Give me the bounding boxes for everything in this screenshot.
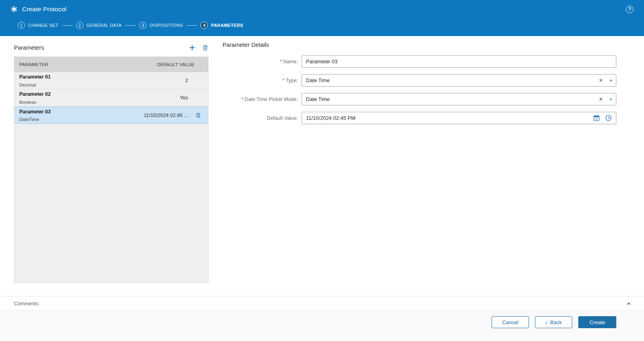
step-label: DISPOSITIONS [150, 23, 183, 28]
delete-parameter-icon[interactable] [202, 44, 209, 51]
create-button[interactable]: Create [578, 316, 616, 328]
comments-bar: Comments: [0, 296, 644, 311]
datetime-icons: 31 [593, 115, 612, 121]
table-row-parameter-02[interactable]: Parameter 02 Boolean Yes [14, 89, 208, 107]
parameter-type: Decimal [19, 83, 51, 87]
asterisk-icon [10, 6, 18, 13]
picker-mode-value: Date Time [306, 96, 599, 102]
step-connector [62, 25, 73, 26]
chevron-up-icon[interactable] [626, 301, 632, 307]
cancel-button[interactable]: Cancel [492, 316, 529, 328]
row-main: Parameter 01 Decimal [19, 72, 51, 89]
header: Create Protocol ? 1 CHANGE SET 2 GENERAL… [0, 0, 644, 36]
footer: Cancel ‹ Back Create [0, 311, 644, 341]
step-connector [186, 25, 197, 26]
picker-mode-dropdown[interactable]: Date Time × ▾ [302, 93, 616, 105]
chevron-down-icon[interactable]: ▾ [610, 97, 612, 101]
step-parameters[interactable]: 4 PARAMETERS [200, 22, 243, 29]
row-tail [188, 112, 208, 118]
type-label: *Type: [223, 78, 298, 83]
parameter-type: Boolean [19, 100, 51, 105]
step-number: 4 [200, 22, 208, 29]
step-label: GENERAL DATA [87, 23, 122, 28]
default-value-field-row: Default Value: 11/10/2024 02:45 PM 31 [223, 112, 616, 124]
picker-mode-field-row: *Date Time Picker Mode: Date Time × ▾ [223, 93, 616, 105]
add-parameter-icon[interactable]: + [189, 43, 195, 52]
parameter-name: Parameter 01 [19, 74, 51, 80]
picker-mode-label-text: Date Time Picker Mode: [245, 97, 298, 102]
default-value-text: 11/10/2024 02:45 PM [306, 115, 593, 121]
parameter-name: Parameter 03 [19, 109, 51, 115]
create-button-label: Create [589, 319, 605, 325]
parameters-title: Parameters [14, 44, 44, 51]
comments-label: Comments: [14, 301, 40, 307]
row-delete-icon[interactable] [195, 112, 201, 118]
clear-icon[interactable]: × [599, 96, 603, 103]
wizard-steps: 1 CHANGE SET 2 GENERAL DATA 3 DISPOSITIO… [10, 22, 634, 29]
name-input[interactable] [302, 55, 616, 68]
step-connector [125, 25, 136, 26]
table-row-parameter-03[interactable]: Parameter 03 DateTime 11/10/2024 02:45 .… [14, 107, 208, 124]
cancel-button-label: Cancel [502, 319, 518, 325]
back-button[interactable]: ‹ Back [535, 316, 572, 328]
parameter-name: Parameter 02 [19, 91, 51, 97]
step-general-data[interactable]: 2 GENERAL DATA [76, 22, 122, 29]
svg-text:31: 31 [595, 117, 598, 120]
page-title: Create Protocol [22, 6, 67, 13]
clear-icon[interactable]: × [599, 77, 603, 84]
required-asterisk: * [283, 78, 285, 83]
step-label: PARAMETERS [211, 23, 243, 28]
clock-icon[interactable] [605, 115, 612, 121]
default-value-datetime-input[interactable]: 11/10/2024 02:45 PM 31 [302, 112, 616, 124]
picker-mode-label: *Date Time Picker Mode: [223, 97, 298, 102]
table-header: PARAMETER DEFAULT VALUE [14, 57, 208, 72]
type-label-text: Type: [286, 78, 298, 83]
name-label: *Name: [223, 59, 298, 65]
parameter-type: DateTime [19, 117, 51, 122]
type-dropdown[interactable]: Date Time × ▾ [302, 74, 616, 87]
parameter-details-title: Parameter Details [223, 42, 616, 48]
parameter-details-panel: Parameter Details *Name: *Type: Date Tim… [223, 42, 616, 131]
row-main: Parameter 03 DateTime [19, 107, 51, 123]
parameter-default-value: 2 [185, 78, 188, 83]
default-value-label: Default Value: [223, 115, 298, 121]
chevron-left-icon: ‹ [545, 319, 547, 325]
parameters-panel: Parameters + PARAMETER DEFAULT VALUE [14, 42, 209, 283]
step-number: 3 [139, 22, 146, 29]
name-label-text: Name: [283, 59, 298, 65]
title-bar: Create Protocol ? [10, 0, 634, 18]
parameters-table: PARAMETER DEFAULT VALUE Parameter 01 Dec… [14, 56, 209, 283]
type-field-row: *Type: Date Time × ▾ [223, 74, 616, 87]
calendar-icon[interactable]: 31 [593, 115, 600, 121]
parameters-panel-header: Parameters + [14, 42, 209, 54]
type-value: Date Time [306, 77, 599, 83]
chevron-down-icon[interactable]: ▾ [610, 78, 612, 83]
column-default-value: DEFAULT VALUE [157, 62, 194, 67]
parameters-actions: + [189, 43, 209, 52]
help-icon[interactable]: ? [626, 6, 634, 13]
required-asterisk: * [280, 59, 282, 65]
step-number: 2 [76, 22, 83, 29]
name-field-row: *Name: [223, 55, 616, 68]
parameter-default-value: 11/10/2024 02:45 ... [144, 113, 188, 118]
step-change-set[interactable]: 1 CHANGE SET [18, 22, 59, 29]
parameter-default-value: Yes [180, 95, 188, 101]
back-button-label: Back [550, 319, 562, 325]
step-label: CHANGE SET [28, 23, 59, 28]
default-value-label-text: Default Value: [267, 115, 298, 121]
step-dispositions[interactable]: 3 DISPOSITIONS [139, 22, 183, 29]
row-main: Parameter 02 Boolean [19, 89, 51, 106]
required-asterisk: * [241, 97, 243, 102]
step-number: 1 [18, 22, 25, 29]
table-row-parameter-01[interactable]: Parameter 01 Decimal 2 [14, 72, 208, 89]
create-protocol-page: Create Protocol ? 1 CHANGE SET 2 GENERAL… [0, 0, 644, 341]
column-parameter: PARAMETER [19, 62, 49, 67]
